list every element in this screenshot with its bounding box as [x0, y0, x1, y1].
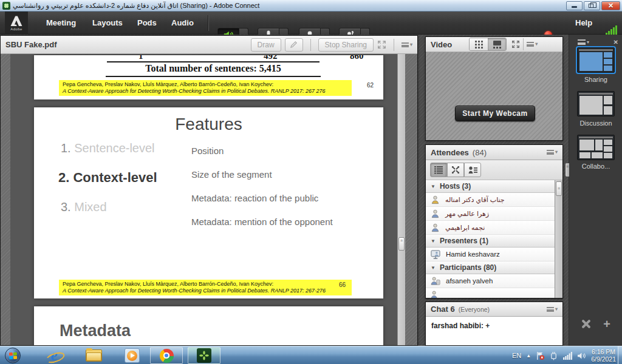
video-pod-menu-icon[interactable]: ▾: [527, 42, 538, 47]
menu-help[interactable]: Help: [575, 12, 592, 35]
attendee-row-partial[interactable]: [426, 288, 562, 298]
feature-line: Size of the segment: [191, 169, 272, 180]
manage-layouts-tools-icon[interactable]: [581, 319, 591, 329]
power-plug-icon[interactable]: [550, 351, 558, 360]
slide-title: Features: [34, 115, 383, 134]
breakout-view-icon: [451, 166, 460, 174]
menu-audio[interactable]: Audio: [171, 12, 194, 35]
video-pod: Video: [425, 36, 563, 141]
chrome-icon: [160, 349, 174, 363]
layout-label: Collabo...: [569, 163, 622, 170]
participants-section-header[interactable]: ▼ Participants (80): [426, 261, 562, 274]
draw-button[interactable]: Draw: [251, 38, 281, 52]
show-desktop-button[interactable]: [618, 346, 622, 364]
minimize-button[interactable]: [566, 1, 583, 10]
chrome-taskbar-button[interactable]: [150, 347, 183, 364]
attendees-scrollbar[interactable]: ≡: [555, 180, 562, 298]
restore-button[interactable]: [584, 1, 600, 10]
connection-signal-icon[interactable]: [606, 25, 617, 35]
volume-icon[interactable]: [577, 352, 586, 360]
windows-explorer-icon[interactable]: [86, 349, 102, 362]
shared-document-title: SBU Fake.pdf: [5, 40, 57, 49]
attendee-row[interactable]: نجمه ابراهيمي: [426, 221, 562, 235]
slide-page-number: 62: [367, 82, 374, 89]
stop-sharing-button[interactable]: Stop Sharing: [318, 38, 374, 52]
video-pod-body: Start My Webcam: [426, 52, 562, 140]
table-cell: 492: [264, 55, 278, 61]
internet-explorer-icon[interactable]: e: [45, 347, 63, 364]
attendees-pod-header: Attendees (84) ▾: [426, 145, 562, 160]
attendees-scrollbar-thumb[interactable]: ≡: [556, 181, 562, 196]
grid-view-button[interactable]: [470, 38, 488, 50]
action-center-flag-icon[interactable]: [536, 351, 545, 360]
start-button[interactable]: [5, 348, 21, 363]
attendees-list: ▼ Hosts (3) جناب آقاي دكتر امناله زهرا ع…: [426, 180, 562, 298]
list-item-emphasis: Context-level: [73, 170, 157, 185]
attendee-row[interactable]: زهرا عالمي مهر: [426, 207, 562, 221]
attendees-count: (84): [473, 148, 487, 157]
layout-thumb-sharing[interactable]: [577, 47, 615, 73]
attendee-row[interactable]: Hamid keshavarz: [426, 248, 562, 261]
menu-meeting[interactable]: Meeting: [46, 12, 76, 35]
adobe-connect-icon: [197, 348, 211, 363]
collapse-triangle-icon: ▼: [431, 184, 436, 189]
adobe-connect-taskbar-button[interactable]: [188, 347, 220, 364]
pencil-icon: [290, 41, 298, 49]
document-viewer: 1 492 860 Total number of sentences: 5,4…: [10, 54, 405, 345]
attendee-name: نجمه ابراهيمي: [445, 224, 485, 232]
tray-date: 6/9/2021: [591, 356, 616, 363]
attendees-toolbar: [426, 160, 562, 180]
language-indicator[interactable]: EN: [512, 352, 521, 359]
document-scrollbar[interactable]: ≡: [397, 54, 405, 345]
feature-line: Position: [191, 146, 224, 156]
breakout-view-button[interactable]: [447, 163, 464, 177]
attendee-name: زهرا عالمي مهر: [445, 210, 489, 218]
attendee-name: afsaneh yalveh: [446, 277, 493, 285]
sidebar-close-icon[interactable]: ✕: [613, 39, 618, 46]
attendees-pod-title: Attendees: [431, 148, 469, 157]
document-scrollbar-thumb[interactable]: ≡: [398, 237, 405, 251]
filmstrip-view-button[interactable]: [488, 38, 506, 50]
clock[interactable]: 6:16 PM 6/9/2021: [591, 348, 616, 363]
attendee-status-view-button[interactable]: [464, 163, 481, 177]
slide-features: Features 1. Sentence-level 2. Context-le…: [34, 107, 383, 298]
menu-layouts[interactable]: Layouts: [92, 12, 123, 35]
pointer-tool-button[interactable]: [285, 38, 303, 52]
start-my-webcam-button[interactable]: Start My Webcam: [455, 106, 535, 121]
filmstrip-view-icon: [493, 41, 502, 49]
tray-expand-icon[interactable]: ▲: [526, 353, 531, 359]
media-player-icon[interactable]: [125, 348, 140, 363]
fullscreen-icon[interactable]: [377, 40, 386, 49]
list-item: Sentence-level: [74, 141, 154, 155]
tray-time: 6:16 PM: [591, 348, 616, 356]
attendee-name: Hamid keshavarz: [446, 251, 500, 258]
hosts-section-header[interactable]: ▼ Hosts (3): [426, 180, 562, 193]
adobe-logo[interactable]: Adobe: [5, 12, 28, 35]
list-view-icon: [434, 166, 443, 174]
close-button[interactable]: ✕: [601, 1, 620, 10]
menubar-separator: [208, 15, 208, 31]
status-view-icon: [468, 166, 477, 174]
chat-messages[interactable]: farshad habibi: +: [426, 317, 562, 345]
attendees-pod-menu-icon[interactable]: ▾: [547, 150, 558, 155]
network-signal-icon[interactable]: [563, 352, 572, 360]
collapse-triangle-icon: ▼: [431, 265, 436, 271]
share-pod-menu-icon[interactable]: ▾: [402, 42, 412, 47]
layout-thumb-discussion[interactable]: [577, 91, 615, 116]
grid-view-icon: [475, 41, 483, 49]
window-titlebar[interactable]: اتاق آنلاين دفاع شماره 2-دانشكده علوم تر…: [0, 0, 622, 12]
attendee-row[interactable]: جناب آقاي دكتر امناله: [426, 193, 562, 207]
layout-label: Discussion: [569, 120, 622, 127]
layout-thumb-collaboration[interactable]: [577, 135, 615, 160]
share-pod: SBU Fake.pdf Draw Stop Sharing ▾: [0, 35, 418, 346]
add-layout-icon[interactable]: +: [603, 319, 610, 329]
sidebar-menu-icon[interactable]: ▾: [578, 39, 589, 45]
slide-table-bottom: 1 492 860 Total number of sentences: 5,4…: [34, 55, 383, 99]
attendee-list-view-button[interactable]: [430, 163, 447, 177]
presenters-section-header[interactable]: ▼ Presenters (1): [426, 235, 562, 248]
menu-pods[interactable]: Pods: [137, 12, 157, 35]
layout-label: Sharing: [569, 76, 622, 83]
attendee-row[interactable]: afsaneh yalveh: [426, 274, 562, 288]
video-fullscreen-icon[interactable]: [511, 40, 520, 49]
chat-pod-menu-icon[interactable]: ▾: [547, 307, 558, 312]
